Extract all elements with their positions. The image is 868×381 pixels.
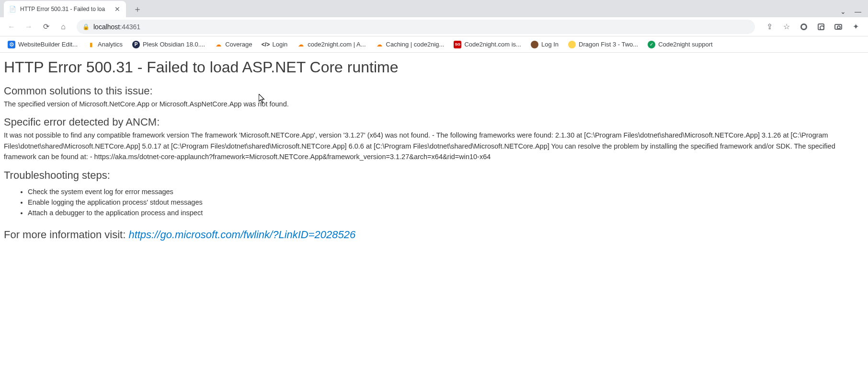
new-tab-button[interactable]: ＋ — [131, 2, 144, 16]
bookmark-item[interactable]: Dragon Fist 3 - Two... — [564, 39, 642, 50]
bookmarks-bar: ⚙WebsiteBuilder Edit...▮AnalyticsPPlesk … — [0, 36, 868, 53]
tab-search-chevron-icon[interactable]: ⌄ — [840, 8, 846, 15]
bookmark-label: Log In — [541, 41, 559, 48]
bookmark-star-icon[interactable]: ☆ — [782, 22, 791, 32]
troubleshooting-step: Enable logging the application process' … — [28, 197, 864, 208]
share-icon[interactable]: ⇪ — [765, 22, 774, 32]
bookmark-favicon-icon: ⚙ — [8, 41, 15, 48]
browser-toolbar: ← → ⟳ ⌂ 🔒 localhost:44361 ⇪ ☆ ✦ — [0, 17, 868, 36]
bookmark-item[interactable]: SGCode2night.com is... — [450, 39, 525, 50]
bookmark-label: Login — [273, 41, 288, 48]
window-controls: ⌄ — — [840, 8, 868, 15]
common-solutions-body: The specified version of Microsoft.NetCo… — [4, 99, 864, 109]
forward-button[interactable]: → — [22, 20, 35, 34]
address-host: localhost — [93, 23, 120, 31]
minimize-window-button[interactable]: — — [855, 8, 861, 15]
more-info-line: For more information visit: https://go.m… — [4, 229, 864, 241]
bookmark-favicon-icon: ☁ — [376, 41, 383, 48]
address-bar[interactable]: 🔒 localhost:44361 — [77, 20, 755, 34]
troubleshooting-step: Check the system event log for error mes… — [28, 186, 864, 197]
page-favicon-icon: 📄 — [9, 5, 16, 13]
troubleshooting-step: Attach a debugger to the application pro… — [28, 208, 864, 218]
bookmark-favicon-icon: ☁ — [215, 41, 222, 48]
ancm-error-heading: Specific error detected by ANCM: — [4, 116, 864, 128]
bookmark-item[interactable]: ✓Code2night support — [644, 39, 716, 50]
lens-extension-icon[interactable] — [816, 22, 826, 32]
bookmark-label: Dragon Fist 3 - Two... — [579, 41, 638, 48]
bookmark-label: Coverage — [225, 41, 252, 48]
reload-button[interactable]: ⟳ — [39, 20, 53, 34]
bookmark-item[interactable]: PPlesk Obsidian 18.0.... — [128, 39, 209, 50]
bookmark-item[interactable]: ☁Caching | code2nig... — [372, 39, 448, 50]
bookmark-label: Analytics — [98, 41, 123, 48]
toolbar-actions: ⇪ ☆ ✦ — [762, 22, 863, 32]
troubleshooting-list: Check the system event log for error mes… — [28, 186, 864, 218]
bookmark-favicon-icon: P — [132, 41, 140, 48]
bookmark-item[interactable]: ☁Coverage — [211, 39, 256, 50]
lock-icon: 🔒 — [82, 23, 90, 30]
circle-extension-icon[interactable] — [799, 22, 809, 32]
more-info-link[interactable]: https://go.microsoft.com/fwlink/?LinkID=… — [128, 229, 355, 241]
bookmark-favicon-icon — [568, 41, 576, 48]
page-title: HTTP Error 500.31 - Failed to load ASP.N… — [4, 58, 864, 76]
bookmark-item[interactable]: ⚙WebsiteBuilder Edit... — [4, 39, 81, 50]
more-info-prefix: For more information visit: — [4, 229, 128, 241]
close-tab-button[interactable]: ✕ — [114, 5, 121, 13]
ancm-error-body: It was not possible to find any compatib… — [4, 130, 864, 162]
bookmark-label: code2night.com | A... — [308, 41, 365, 48]
bookmark-favicon-icon: </> — [262, 41, 270, 48]
home-button[interactable]: ⌂ — [57, 20, 70, 34]
bookmark-item[interactable]: ▮Analytics — [83, 39, 126, 50]
bookmark-label: Caching | code2nig... — [386, 41, 445, 48]
bookmark-favicon-icon — [531, 41, 538, 48]
back-button[interactable]: ← — [5, 20, 18, 34]
bookmark-item[interactable]: </>Login — [258, 39, 292, 50]
extensions-puzzle-icon[interactable]: ✦ — [851, 22, 860, 32]
address-port: :44361 — [120, 23, 140, 31]
troubleshooting-heading: Troubleshooting steps: — [4, 169, 864, 182]
bookmark-label: Code2night.com is... — [464, 41, 521, 48]
browser-tab[interactable]: 📄 HTTP Error 500.31 - Failed to loa ✕ — [4, 1, 126, 17]
bookmark-label: WebsiteBuilder Edit... — [18, 41, 78, 48]
bookmark-favicon-icon: ▮ — [87, 41, 95, 48]
bookmark-favicon-icon: ✓ — [648, 41, 655, 48]
bookmark-item[interactable]: ☁code2night.com | A... — [293, 39, 369, 50]
common-solutions-heading: Common solutions to this issue: — [4, 85, 864, 97]
bookmark-label: Plesk Obsidian 18.0.... — [143, 41, 205, 48]
tab-title: HTTP Error 500.31 - Failed to loa — [20, 6, 110, 12]
page-content: HTTP Error 500.31 - Failed to load ASP.N… — [0, 53, 868, 247]
bookmark-favicon-icon: SG — [454, 41, 461, 48]
bookmark-label: Code2night support — [658, 41, 712, 48]
tab-strip: 📄 HTTP Error 500.31 - Failed to loa ✕ ＋ … — [0, 0, 868, 17]
bookmark-item[interactable]: Log In — [527, 39, 562, 50]
bookmark-favicon-icon: ☁ — [297, 41, 305, 48]
camera-extension-icon[interactable] — [834, 22, 843, 32]
